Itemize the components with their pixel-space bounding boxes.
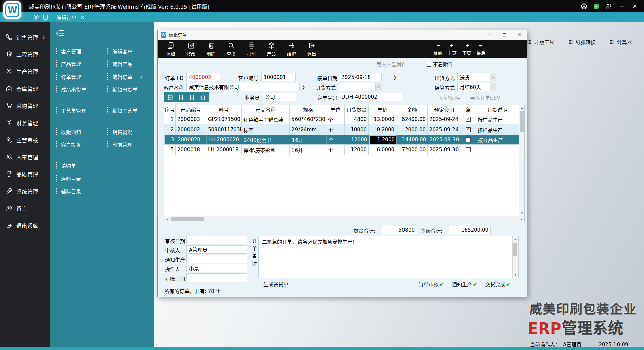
toolbar-button[interactable]: 维护 [283, 42, 300, 57]
nav-button[interactable]: 下页 [460, 42, 473, 56]
submenu-item[interactable]: 客户投诉 [55, 138, 104, 151]
submenu-item[interactable]: 工艺单管理 [55, 104, 104, 117]
toolbar-button[interactable]: 删除 [202, 42, 220, 57]
column-header[interactable]: 预定交期 [428, 105, 461, 114]
cell-订货数量[interactable]: 12000 [345, 145, 369, 155]
cell-料号[interactable]: GP210715008 [206, 114, 241, 124]
tab-edit-order[interactable]: 编辑订单 × [56, 14, 85, 21]
customer-no-field[interactable]: 1000001 [261, 73, 296, 81]
cols-saved-link[interactable]: 列已保存 [440, 94, 460, 101]
table-row[interactable]: 12000003GP210715008红色款手工罐盒装560*460*230个4… [164, 114, 519, 124]
chevron-down-icon[interactable] [490, 83, 496, 91]
customer-name-field[interactable]: 威美信息技术有限公司 [186, 83, 300, 91]
table-row[interactable]: 32000020LH-20000202400说明书16开个120001.2000… [164, 135, 519, 145]
table-horizontal-scrollbar[interactable] [164, 216, 524, 222]
cell-单位[interactable]: 个 [327, 135, 345, 144]
column-header[interactable]: 订货说明 [476, 105, 519, 114]
window-minimize-button[interactable] [482, 30, 497, 40]
tab-close-icon[interactable]: × [80, 14, 85, 20]
cell-单位[interactable]: 个 [326, 145, 345, 155]
cell-订货数量[interactable]: 12000 [345, 135, 369, 144]
receive-date-field[interactable]: 2025-09-18 [339, 73, 382, 81]
toolbar-button[interactable]: 产品 [263, 42, 280, 57]
review-input-3[interactable] [186, 255, 247, 263]
cell-预定交期[interactable]: 2025-09-24 [428, 124, 461, 135]
nav-button[interactable]: 最后 [474, 42, 488, 56]
cell-规格[interactable]: 560*460*230 [290, 114, 326, 124]
cell-产品名称[interactable]: 标签 [241, 124, 290, 135]
sidebar-item[interactable]: 人事管理 [0, 148, 50, 165]
import-csv-link[interactable]: 导入订单CSV [470, 94, 500, 101]
cell-订货说明[interactable]: 按样品生产 [476, 114, 519, 124]
toolbar-button[interactable]: 添加 [162, 42, 179, 57]
checkbox-unchecked-icon[interactable] [427, 62, 431, 67]
submenu-item[interactable]: 辅料目录 [55, 185, 104, 197]
bookmark-minus-icon[interactable] [189, 94, 195, 101]
column-header[interactable]: 产品名称 [241, 105, 290, 114]
order-method-select[interactable] [339, 83, 382, 91]
app-close-button[interactable] [631, 2, 639, 10]
cell-急[interactable] [461, 114, 476, 124]
checkbox-checked-icon[interactable] [466, 117, 471, 122]
cell-预定交期[interactable]: 2025-09-30 [428, 145, 461, 155]
remark-scrollbar[interactable] [512, 236, 518, 278]
bookmarks-icon[interactable] [199, 94, 206, 101]
tool-item[interactable]: 纸张转换 [568, 38, 596, 45]
bookmark-plus-icon[interactable] [178, 94, 184, 101]
collapse-icon[interactable] [56, 29, 65, 38]
window-maximize-button[interactable] [497, 30, 512, 40]
cell-产品编号[interactable]: 2000020 [176, 135, 207, 144]
column-header[interactable]: 产品编号 [176, 105, 206, 114]
column-header[interactable]: 金额 [396, 105, 428, 114]
salesman-field[interactable]: 公司 [263, 93, 296, 101]
cell-序号[interactable]: 3 [165, 135, 176, 144]
table-row[interactable]: 52000018LH-2000018禅-私房茶彩盒16开个120006.0000… [164, 145, 519, 155]
sidebar-item[interactable]: 仓库管理 [0, 80, 50, 97]
review-input-5[interactable] [186, 273, 247, 282]
submenu-item[interactable]: 原料目录 [55, 172, 104, 185]
scrollbar-thumb[interactable] [520, 111, 524, 132]
cell-单价[interactable]: 0.2000 [369, 124, 396, 135]
cell-急[interactable] [461, 145, 476, 155]
nav-button[interactable]: 最前 [431, 42, 444, 56]
nav-button[interactable]: 上页 [445, 42, 459, 56]
submenu-item[interactable]: 编辑出货单 [107, 83, 153, 96]
cell-产品编号[interactable]: 2000018 [176, 145, 206, 155]
submenu-item[interactable]: 编辑客户 [107, 45, 153, 57]
scrollbar-thumb[interactable] [513, 243, 517, 256]
order-id-field[interactable]: 4000002 [186, 73, 220, 81]
cell-订货说明[interactable] [476, 145, 519, 155]
sidebar-item[interactable]: 主管审核 [0, 131, 50, 148]
cell-规格[interactable]: 29*24mm [290, 124, 326, 135]
column-header[interactable]: 订货数量 [345, 105, 369, 114]
order-no-field[interactable]: DDH-4000002 [339, 93, 402, 101]
column-header[interactable]: 单位 [326, 105, 345, 114]
sidebar-item[interactable]: 财务管理 [0, 114, 50, 131]
settle-method-select[interactable]: 月结60天 [457, 83, 496, 91]
cell-急[interactable] [461, 124, 476, 135]
table-row[interactable]: 220000025090011703D标签29*24mm个100000.2000… [164, 124, 519, 135]
app-minimize-button[interactable] [618, 2, 626, 10]
toolbar-button[interactable]: 修改 [182, 42, 200, 57]
cell-金额[interactable]: 72000.00 [396, 145, 428, 155]
sidebar-item[interactable]: 退出系统 [0, 217, 50, 234]
cell-序号[interactable]: 1 [164, 114, 176, 124]
contacts-icon[interactable] [605, 3, 612, 10]
order-remark-textarea[interactable]: 二笔急的订单，请务必优先加急安排生产! [258, 236, 519, 278]
submenu-item[interactable]: 印前管理 [107, 138, 153, 151]
column-header[interactable]: 序号 [164, 105, 176, 114]
account-icon[interactable] [580, 3, 588, 10]
scroll-right-icon[interactable] [519, 216, 524, 222]
toolbar-button[interactable]: 退出 [303, 42, 320, 57]
cell-规格[interactable]: 16开 [290, 135, 327, 144]
chevron-down-icon[interactable] [375, 83, 382, 91]
review-input-1[interactable] [186, 236, 247, 244]
cell-料号[interactable]: LH-2000020 [207, 135, 242, 144]
table-vertical-scrollbar[interactable] [519, 105, 524, 216]
skip-attachment-checkbox[interactable]: 不看附件 [427, 61, 453, 68]
cell-产品名称[interactable]: 红色款手工罐盒装 [241, 114, 290, 124]
toolbar-button[interactable]: 查找 [222, 42, 240, 57]
toolbar-button[interactable]: 打印 [243, 42, 260, 57]
sidebar-item[interactable]: 生产管理 [0, 63, 50, 80]
cell-产品编号[interactable]: 2000003 [176, 114, 206, 124]
